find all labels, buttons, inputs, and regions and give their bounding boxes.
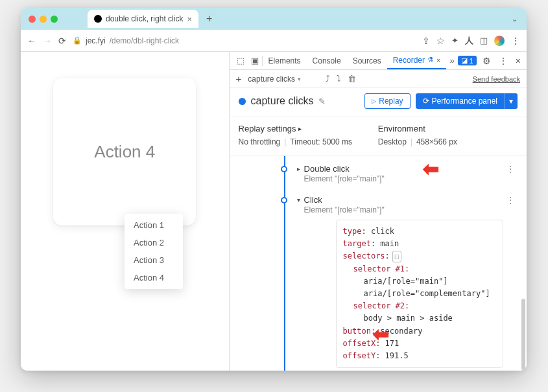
scrollbar[interactable] bbox=[521, 299, 525, 370]
browser-tab[interactable]: double click, right click × bbox=[88, 10, 198, 28]
edit-title-icon[interactable]: ✎ bbox=[318, 97, 326, 106]
demo-card[interactable]: Action 4 bbox=[53, 78, 196, 225]
extension-icon[interactable]: 人 bbox=[465, 35, 473, 47]
performance-panel-button[interactable]: ⟳Performance panel ▾ bbox=[416, 93, 518, 109]
maximize-window-icon[interactable] bbox=[51, 16, 58, 23]
recorder-toolbar: + capture clicks ▾ ⤴ ⤵ 🗑 Send feedback bbox=[230, 70, 527, 88]
device-value: Desktop bbox=[378, 137, 407, 146]
context-menu-item[interactable]: Action 4 bbox=[125, 269, 183, 286]
tab-title: double click, right click bbox=[106, 14, 183, 23]
profile-avatar-icon[interactable] bbox=[494, 36, 505, 46]
panel-icon[interactable]: ◫ bbox=[480, 36, 488, 45]
bookmark-icon[interactable]: ☆ bbox=[436, 36, 445, 46]
chevron-down-icon: ▾ bbox=[298, 76, 301, 82]
more-tabs-icon[interactable]: » bbox=[446, 56, 457, 65]
tab-elements[interactable]: Elements bbox=[263, 52, 307, 69]
forward-icon[interactable]: → bbox=[43, 36, 52, 46]
experimental-icon: ⚗ bbox=[427, 56, 434, 64]
window-menu-chevron-icon[interactable]: ⌄ bbox=[512, 15, 521, 23]
context-menu-item[interactable]: Action 3 bbox=[125, 251, 183, 269]
card-label: Action 4 bbox=[94, 142, 155, 162]
tab-recorder[interactable]: Recorder ⚗ × bbox=[387, 52, 447, 69]
viewport-value: 458×566 px bbox=[416, 137, 457, 146]
context-menu-item[interactable]: Action 1 bbox=[125, 216, 183, 234]
step-subtitle: Element "[role="main"]" bbox=[304, 174, 385, 183]
settings-icon[interactable]: ⚙ bbox=[481, 56, 493, 66]
selector-helper-icon[interactable]: ⬚ bbox=[392, 251, 401, 262]
import-icon[interactable]: ⤵ bbox=[337, 74, 341, 84]
send-feedback-link[interactable]: Send feedback bbox=[473, 75, 520, 83]
close-window-icon[interactable] bbox=[29, 16, 36, 23]
extensions-icon[interactable]: ✦ bbox=[451, 36, 459, 45]
devtools-tabbar: ⬚ ▣ Elements Console Sources Recorder ⚗ … bbox=[230, 52, 527, 70]
url-field[interactable]: 🔒 jec.fyi/demo/dbl-right-click bbox=[73, 36, 179, 45]
throttling-value: No throttling bbox=[239, 137, 281, 146]
annotation-arrow-icon: ⬅ bbox=[373, 323, 389, 345]
device-toggle-icon[interactable]: ▣ bbox=[248, 56, 262, 65]
reload-icon[interactable]: ⟳ bbox=[58, 36, 66, 46]
recording-header: capture clicks ✎ ▷Replay ⟳Performance pa… bbox=[230, 88, 527, 117]
minimize-window-icon[interactable] bbox=[40, 16, 47, 23]
step-menu-icon[interactable]: ⋮ bbox=[506, 195, 515, 205]
step-title: Click bbox=[304, 195, 385, 205]
workspace: Action 4 Action 1 Action 2 Action 3 Acti… bbox=[21, 52, 527, 371]
step-detail: type: click target: main selectors:⬚ sel… bbox=[336, 220, 503, 368]
caret-right-icon: ▸ bbox=[297, 165, 300, 172]
context-menu: Action 1 Action 2 Action 3 Action 4 bbox=[125, 214, 183, 289]
overflow-icon[interactable]: ⋮ bbox=[511, 36, 520, 46]
share-icon[interactable]: ⇪ bbox=[422, 36, 430, 46]
window-titlebar: double click, right click × + ⌄ bbox=[21, 8, 527, 30]
tab-sources[interactable]: Sources bbox=[347, 52, 387, 69]
tab-close-icon[interactable]: × bbox=[436, 56, 440, 64]
recording-select[interactable]: capture clicks ▾ bbox=[248, 75, 319, 84]
lock-icon: 🔒 bbox=[73, 36, 82, 45]
timeout-value: Timeout: 5000 ms bbox=[290, 137, 352, 146]
tab-close-icon[interactable]: × bbox=[187, 14, 192, 24]
url-path: /demo/dbl-right-click bbox=[110, 36, 179, 45]
recording-status-icon bbox=[239, 98, 246, 105]
step-subtitle: Element "[role="main"]" bbox=[304, 205, 385, 214]
recording-title: capture clicks bbox=[251, 95, 314, 107]
devtools-panel: ⬚ ▣ Elements Console Sources Recorder ⚗ … bbox=[229, 52, 527, 371]
replay-settings-header[interactable]: Replay settings ▸ bbox=[239, 124, 378, 133]
gauge-icon: ⟳ bbox=[423, 97, 429, 106]
address-bar: ← → ⟳ 🔒 jec.fyi/demo/dbl-right-click ⇪ ☆… bbox=[21, 30, 527, 52]
annotation-arrow-icon: ⬅ bbox=[423, 157, 439, 180]
replay-button[interactable]: ▷Replay bbox=[364, 93, 410, 109]
traffic-lights bbox=[29, 16, 58, 23]
environment-header: Environment bbox=[378, 124, 518, 133]
new-tab-button[interactable]: + bbox=[206, 13, 212, 25]
caret-down-icon: ▾ bbox=[297, 196, 300, 203]
back-icon[interactable]: ← bbox=[27, 36, 36, 46]
replay-settings-row: Replay settings ▸ No throttling | Timeou… bbox=[230, 117, 527, 156]
context-menu-item[interactable]: Action 2 bbox=[125, 234, 183, 251]
issues-badge[interactable]: ◪ 1 bbox=[458, 56, 477, 65]
devtools-menu-icon[interactable]: ⋮ bbox=[497, 56, 510, 66]
devtools-close-icon[interactable]: × bbox=[514, 56, 523, 66]
tab-favicon-icon bbox=[94, 15, 102, 23]
browser-window: double click, right click × + ⌄ ← → ⟳ 🔒 … bbox=[21, 8, 527, 371]
step-double-click[interactable]: ⬅ ▸ Double click Element "[role="main"]"… bbox=[258, 159, 527, 189]
play-icon: ▷ bbox=[372, 98, 376, 104]
inspect-icon[interactable]: ⬚ bbox=[233, 56, 248, 65]
new-recording-icon[interactable]: + bbox=[236, 73, 242, 84]
step-node-icon bbox=[281, 166, 287, 172]
step-node-icon bbox=[281, 197, 287, 203]
export-icon[interactable]: ⤴ bbox=[326, 74, 330, 84]
tab-console[interactable]: Console bbox=[307, 52, 347, 69]
rendered-page: Action 4 Action 1 Action 2 Action 3 Acti… bbox=[21, 52, 229, 371]
step-menu-icon[interactable]: ⋮ bbox=[506, 164, 515, 174]
step-click[interactable]: ▾ Click Element "[role="main"]" ⋮ type: … bbox=[258, 190, 527, 371]
perf-dropdown-icon[interactable]: ▾ bbox=[505, 93, 518, 109]
url-host: jec.fyi bbox=[86, 36, 106, 45]
step-title: Double click bbox=[304, 164, 385, 174]
caret-right-icon: ▸ bbox=[298, 125, 302, 132]
delete-icon[interactable]: 🗑 bbox=[348, 74, 356, 84]
